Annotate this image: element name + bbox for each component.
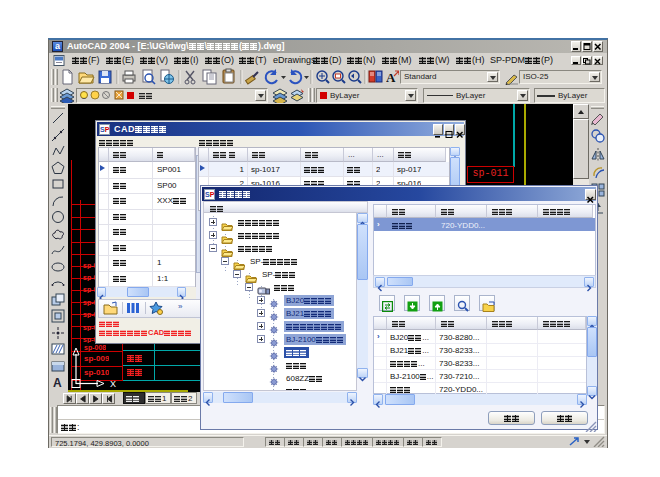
svg-text:A: A — [386, 70, 396, 84]
svg-text:X: X — [110, 379, 116, 389]
svg-text:A: A — [53, 376, 62, 390]
